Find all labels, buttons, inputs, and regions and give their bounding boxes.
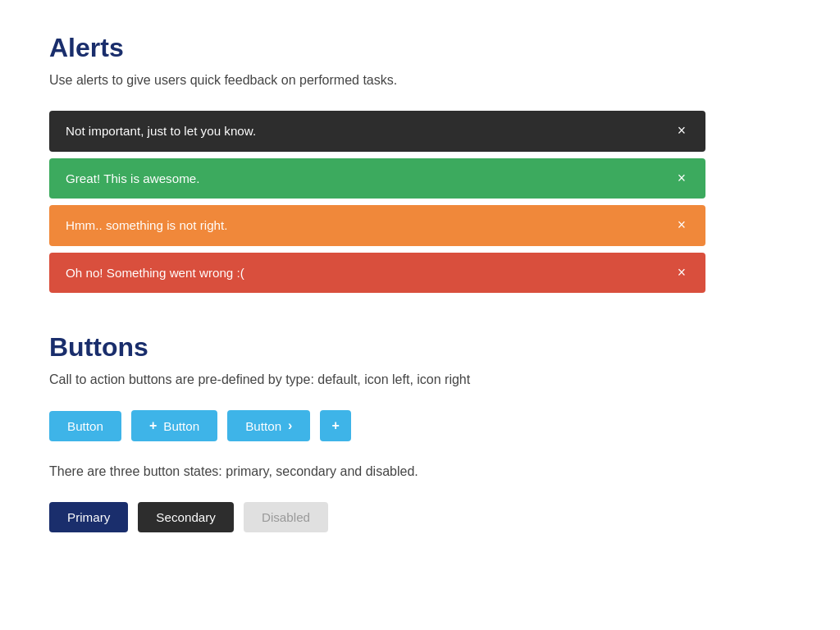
alert-success-text: Great! This is awesome. xyxy=(66,171,199,185)
alerts-container: Not important, just to let you know. × G… xyxy=(49,111,705,293)
buttons-states-description: There are three button states: primary, … xyxy=(49,464,791,479)
buttons-row-variants: Button + Button Button › + xyxy=(49,410,791,441)
alert-danger: Oh no! Something went wrong :( × xyxy=(49,253,705,294)
alert-danger-text: Oh no! Something went wrong :( xyxy=(66,266,244,280)
alert-dark-close[interactable]: × xyxy=(674,124,689,139)
btn-icon-right-label: Button xyxy=(245,419,281,433)
alert-warning: Hmm.. something is not right. × xyxy=(49,205,705,246)
btn-icon-right-icon: › xyxy=(288,418,292,433)
btn-icon-left[interactable]: + Button xyxy=(131,410,217,441)
alerts-description: Use alerts to give users quick feedback … xyxy=(49,73,791,88)
alert-success: Great! This is awesome. × xyxy=(49,158,705,199)
btn-secondary-state[interactable]: Secondary xyxy=(138,502,234,532)
btn-plus-icon: + xyxy=(331,418,339,433)
alert-success-close[interactable]: × xyxy=(674,171,689,186)
alert-dark: Not important, just to let you know. × xyxy=(49,111,705,152)
btn-icon-right[interactable]: Button › xyxy=(227,410,310,441)
alert-warning-close[interactable]: × xyxy=(674,218,689,233)
alert-danger-close[interactable]: × xyxy=(674,266,689,281)
buttons-title: Buttons xyxy=(49,332,791,363)
btn-icon-left-label: Button xyxy=(163,419,199,433)
btn-disabled-label: Disabled xyxy=(262,510,310,524)
btn-default-label: Button xyxy=(67,419,103,433)
btn-plus-only[interactable]: + xyxy=(320,410,350,441)
buttons-row-states: Primary Secondary Disabled xyxy=(49,502,791,532)
btn-secondary-label: Secondary xyxy=(156,510,216,524)
alerts-section: Alerts Use alerts to give users quick fe… xyxy=(49,33,791,293)
btn-primary-label: Primary xyxy=(67,510,110,524)
btn-primary-state[interactable]: Primary xyxy=(49,502,128,532)
btn-default[interactable]: Button xyxy=(49,411,121,441)
alerts-title: Alerts xyxy=(49,33,791,63)
btn-disabled-state: Disabled xyxy=(244,502,328,532)
buttons-section: Buttons Call to action buttons are pre-d… xyxy=(49,332,791,532)
buttons-description: Call to action buttons are pre-defined b… xyxy=(49,372,791,387)
alert-dark-text: Not important, just to let you know. xyxy=(66,124,256,138)
alert-warning-text: Hmm.. something is not right. xyxy=(66,218,228,232)
btn-icon-left-icon: + xyxy=(149,418,157,433)
